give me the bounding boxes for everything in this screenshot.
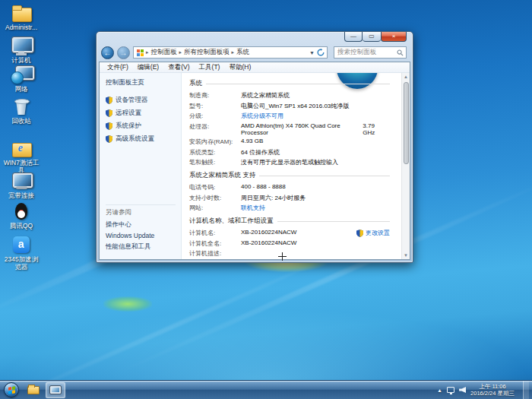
row-label: 支持小时数: <box>189 194 241 202</box>
row-value: 联机支持 <box>241 204 265 212</box>
desktop-icon[interactable]: WIN7激活工具 <box>2 138 41 174</box>
row-value: AMD Athlon(tm) X4 760K Quad Core Process… <box>241 122 346 136</box>
close-button[interactable]: × <box>381 32 407 42</box>
desktop-icon[interactable]: 腾讯QQ <box>2 201 41 230</box>
taskbar-system-window-button[interactable] <box>46 382 65 398</box>
main-content: 系统 制造商: 系统之家精简系统 型号: 电脑公司_Win7 SP1 x64 2… <box>182 73 410 259</box>
see-also-item[interactable]: 性能信息和工具 <box>106 242 176 252</box>
desktop-icon[interactable]: 网络 <box>2 65 41 93</box>
network-tray-icon[interactable] <box>447 387 454 393</box>
menu-item[interactable]: 帮助(H) <box>224 63 255 72</box>
desktop-icon-image <box>10 201 33 221</box>
taskbar: ▲ 上午 11:06 2016/2/24 星期三 <box>0 380 532 399</box>
desktop-icon[interactable]: 计算机 <box>2 36 41 65</box>
start-button[interactable] <box>4 382 19 397</box>
scroll-down-icon[interactable]: ▼ <box>404 252 408 259</box>
info-row: 笔和触摸: 没有可用于此显示器的笔或触控输入 <box>189 158 390 166</box>
scrollbar-thumb[interactable] <box>404 82 409 164</box>
address-dropdown-icon[interactable]: ▼ <box>309 50 315 55</box>
desktop-icon-label: 宽带连接 <box>2 192 41 200</box>
info-row: 系统类型: 64 位操作系统 <box>189 148 390 157</box>
info-row: 网站: 联机支持 <box>189 204 390 212</box>
show-hidden-icons-button[interactable]: ▲ <box>437 388 442 393</box>
desktop-icon-image <box>10 36 33 55</box>
row-label: 系统类型: <box>189 148 241 157</box>
show-desktop-button[interactable] <box>523 381 529 399</box>
info-row: 电话号码: 400 - 888 - 8888 <box>189 183 390 192</box>
clock-time: 上午 11:06 <box>470 383 515 390</box>
search-icon <box>397 49 404 56</box>
forward-button[interactable]: → <box>117 46 130 59</box>
menu-item[interactable]: 查看(V) <box>163 63 194 72</box>
sidebar-item-control-panel-home[interactable]: 控制面板主页 <box>106 78 181 87</box>
section-title: 计算机名称、域和工作组设置 <box>189 217 390 226</box>
sidebar-task-item[interactable]: 设备管理器 <box>106 96 181 105</box>
scroll-up-icon[interactable]: ▲ <box>404 73 408 81</box>
desktop-icon-image <box>10 65 33 84</box>
row-value: 没有可用于此显示器的笔或触控输入 <box>241 158 338 166</box>
uac-shield-icon <box>106 135 112 143</box>
desktop-icon-label: 回收站 <box>2 118 41 125</box>
sidebar-task-item[interactable]: 系统保护 <box>106 122 181 131</box>
see-also-item[interactable]: 操作中心 <box>106 220 176 230</box>
info-row: 处理器: AMD Athlon(tm) X4 760K Quad Core Pr… <box>189 122 390 136</box>
menu-item[interactable]: 编辑(E) <box>133 63 163 72</box>
desktop-icon-label: 计算机 <box>2 57 41 65</box>
maximize-button[interactable]: ▭ <box>363 32 381 42</box>
desktop-icon[interactable]: Administr... <box>2 3 41 32</box>
desktop-icon[interactable]: 2345加速浏览器 <box>2 235 41 271</box>
info-row: 制造商: 系统之家精简系统 <box>189 91 390 100</box>
row-label: 安装内存(RAM): <box>189 138 241 146</box>
volume-tray-icon[interactable] <box>459 387 466 393</box>
row-value: 电脑公司_Win7 SP1 x64 2016.03纯净版 <box>241 102 349 110</box>
row-label: 计算机名: <box>189 229 241 237</box>
desktop-icon[interactable]: 回收站 <box>2 97 41 125</box>
breadcrumb-item[interactable]: 控制面板 <box>150 48 179 57</box>
sidebar: 控制面板主页 设备管理器 <box>100 73 182 259</box>
wallpaper-glow <box>0 308 532 380</box>
row-value: 400 - 888 - 8888 <box>241 183 286 192</box>
info-row: 分级: 系统分级不可用 <box>189 112 390 120</box>
mouse-cursor <box>278 252 287 261</box>
desktop-icon[interactable]: 宽带连接 <box>2 171 41 200</box>
section-computer-name: 计算机名称、域和工作组设置 计算机名: XB-20160224NACW 更改设置 <box>189 217 390 259</box>
breadcrumb-item[interactable]: 所有控制面板项 <box>182 48 231 57</box>
sidebar-task-label: 设备管理器 <box>116 96 148 105</box>
system-tray: ▲ 上午 11:06 2016/2/24 星期三 <box>437 381 532 399</box>
desktop-icon-image <box>10 3 33 23</box>
search-box[interactable]: 搜索控制面板 <box>334 46 407 59</box>
change-settings-link[interactable]: 更改设置 <box>356 229 390 237</box>
info-row: 计算机全名: XB-20160224NACW <box>189 239 390 248</box>
row-value: 4.93 GB <box>241 138 263 146</box>
address-bar[interactable]: ▸控制面板 ▸所有控制面板项 ▸系统 ▼ <box>133 46 328 59</box>
row-value-extra: 3.79 GHz <box>363 122 384 136</box>
row-value: 系统之家精简系统 <box>241 91 290 100</box>
window-titlebar[interactable]: — ▭ × <box>97 32 413 43</box>
uac-shield-icon <box>106 97 112 104</box>
breadcrumb-item[interactable]: 系统 <box>235 48 251 57</box>
taskbar-explorer-button[interactable] <box>24 382 43 398</box>
desktop-icon-image <box>10 235 33 255</box>
taskbar-clock[interactable]: 上午 11:06 2016/2/24 星期三 <box>470 383 515 397</box>
back-button[interactable]: ← <box>101 46 114 59</box>
info-row: 支持小时数: 周日至周六: 24小时服务 <box>189 194 390 202</box>
minimize-button[interactable]: — <box>344 32 363 42</box>
menu-bar: 文件(F) 编辑(E) 查看(V) 工具(T) 帮助(H) <box>100 62 410 73</box>
window-controls: — ▭ × <box>344 32 407 42</box>
row-label: 制造商: <box>189 91 241 100</box>
row-label: 处理器: <box>189 122 241 136</box>
sidebar-task-item[interactable]: 远程设置 <box>106 109 181 118</box>
desktop-icon-image <box>10 138 33 158</box>
vertical-scrollbar[interactable]: ▲ ▼ <box>401 73 410 259</box>
menu-item[interactable]: 工具(T) <box>195 63 225 72</box>
see-also-item[interactable]: Windows Update <box>106 232 176 239</box>
row-label: 计算机全名: <box>189 239 241 248</box>
sidebar-task-item[interactable]: 高级系统设置 <box>106 135 181 144</box>
row-value: 系统分级不可用 <box>241 112 283 120</box>
refresh-icon[interactable] <box>317 49 325 56</box>
menu-item[interactable]: 文件(F) <box>103 63 133 72</box>
computer-icon <box>50 386 61 394</box>
see-also-section: 另请参阅 操作中心 Windows Update 性能信息和工具 <box>106 204 176 254</box>
row-value: 周日至周六: 24小时服务 <box>241 194 306 202</box>
row-label: 网站: <box>189 204 241 212</box>
